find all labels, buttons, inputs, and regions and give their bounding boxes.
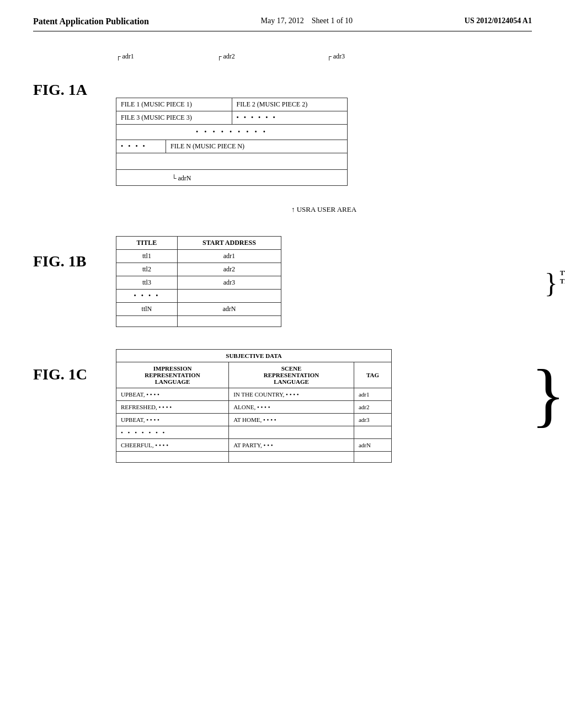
sbjt-row-3: UPBEAT, • • • • AT HOME, • • • • adr3: [116, 414, 392, 426]
title-table: TITLE START ADDRESS ttl1 adr1 ttl2 adr2: [116, 236, 281, 327]
sbjt-brace: }: [531, 371, 565, 418]
adr2-label: ┌ adr2: [217, 52, 235, 61]
col-impression: IMPRESSIONREPRESENTATIONLANGUAGE: [116, 362, 229, 388]
user-area-box: FILE 1 (MUSIC PIECE 1) FILE 2 (MUSIC PIE…: [116, 98, 348, 186]
fig1a-label: FIG. 1A: [33, 65, 105, 99]
scene-N: AT PARTY, • • •: [229, 439, 354, 452]
col-scene: SCENEREPRESENTATIONLANGUAGE: [229, 362, 354, 388]
title-table-wrap: TITLE START ADDRESS ttl1 adr1 ttl2 adr2: [116, 236, 532, 327]
impression-dots: • • • • • • •: [116, 426, 229, 439]
ttl2: ttl2: [116, 263, 178, 276]
title-row-2: ttl2 adr2: [116, 263, 281, 276]
fig1b-section: FIG. 1B TITLE START ADDRESS ttl1 adr1: [33, 236, 532, 327]
impression-3: UPBEAT, • • • •: [116, 414, 229, 426]
header-sheet: Sheet 1 of 10: [312, 17, 353, 25]
ua-row-4: • • • • FILE N (MUSIC PIECE N): [116, 140, 347, 153]
scene-3: AT HOME, • • • •: [229, 414, 354, 426]
tag-1: adr1: [354, 388, 391, 401]
scene-2: ALONE, • • • •: [229, 401, 354, 414]
ttbl-label: } TTBL TITLE TABLE: [545, 269, 565, 297]
adr1-label: ┌ adr1: [116, 52, 134, 61]
tag-3: adr3: [354, 414, 391, 426]
scene-empty: [229, 452, 354, 463]
adr1: adr1: [177, 250, 281, 263]
usra-arrow: ↑: [291, 205, 295, 213]
adr-dots: [177, 290, 281, 303]
title-row-empty: [116, 316, 281, 327]
ttl-dots: • • • •: [116, 290, 178, 303]
fig1c-content: SUBJECTIVE DATA IMPRESSIONREPRESENTATION…: [105, 349, 532, 463]
title-row-N: ttlN adrN: [116, 303, 281, 316]
title-row-3: ttl3 adr3: [116, 276, 281, 290]
tag-dots: [354, 426, 391, 439]
row2-dots: • • • • • •: [232, 111, 348, 124]
col-title: TITLE: [116, 237, 178, 250]
title-row-1: ttl1 adr1: [116, 250, 281, 263]
file2-cell: FILE 2 (MUSIC PIECE 2): [232, 98, 348, 111]
ttbl-brace: }: [545, 269, 558, 297]
sbjt-wrap: SUBJECTIVE DATA IMPRESSIONREPRESENTATION…: [116, 349, 532, 463]
fig1c-label: FIG. 1C: [33, 349, 105, 383]
header-patent: US 2012/0124054 A1: [465, 17, 532, 25]
usra-label: ↑ USRA USER AREA: [116, 205, 532, 214]
adr3-label: ┌ adr3: [327, 52, 345, 61]
ua-row-empty: [116, 153, 347, 170]
sbjt-title: SUBJECTIVE DATA: [116, 350, 392, 362]
ttbl-name: TTBL: [560, 269, 565, 277]
ua-row-3: • • • • • • • • •: [116, 125, 347, 140]
scene-dots: [229, 426, 354, 439]
sbjt-row-1: UPBEAT, • • • • IN THE COUNTRY, • • • • …: [116, 388, 392, 401]
impression-empty: [116, 452, 229, 463]
sbjt-row-dots: • • • • • • •: [116, 426, 392, 439]
sbjt-label-wrap: } SBJT SUBJECTIVE DATA TABLE: [531, 371, 565, 418]
adr2: adr2: [177, 263, 281, 276]
ua-row-1: FILE 1 (MUSIC PIECE 1) FILE 2 (MUSIC PIE…: [116, 98, 347, 111]
tag-2: adr2: [354, 401, 391, 414]
tag-N: adrN: [354, 439, 391, 452]
header-title: Patent Application Publication: [33, 17, 149, 26]
scene-1: IN THE COUNTRY, • • • •: [229, 388, 354, 401]
fig1b-content: TITLE START ADDRESS ttl1 adr1 ttl2 adr2: [105, 236, 532, 327]
ttl3: ttl3: [116, 276, 178, 290]
file3-cell: FILE 3 (MUSIC PIECE 3): [116, 111, 232, 124]
sbjt-table: SUBJECTIVE DATA IMPRESSIONREPRESENTATION…: [116, 349, 392, 463]
fig1a-section: FIG. 1A ┌ adr1 ┌ adr2 ┌ adr3 FILE 1 (MUS…: [33, 65, 532, 214]
fig1b-label: FIG. 1B: [33, 236, 105, 270]
title-row-dots: • • • •: [116, 290, 281, 303]
usra-text: USRA USER AREA: [297, 205, 356, 213]
ua-row-2: FILE 3 (MUSIC PIECE 3) • • • • • •: [116, 111, 347, 125]
sbjt-row-2: REFRESHED, • • • • ALONE, • • • • adr2: [116, 401, 392, 414]
fig1a-content: ┌ adr1 ┌ adr2 ┌ adr3 FILE 1 (MUSIC PIECE…: [105, 65, 532, 214]
adrN: adrN: [177, 303, 281, 316]
adr-labels-row: ┌ adr1 ┌ adr2 ┌ adr3: [116, 65, 348, 81]
fig1c-section: FIG. 1C SUBJECTIVE DATA IMPRESSIONREPRES…: [33, 349, 532, 463]
sbjt-row-N: CHEERFUL, • • • • AT PARTY, • • • adrN: [116, 439, 392, 452]
row4-dots: • • • •: [116, 140, 166, 153]
col-tag: TAG: [354, 362, 391, 388]
sbjt-row-empty: [116, 452, 392, 463]
ttbl-text: TTBL TITLE TABLE: [560, 269, 565, 286]
fileN-cell: FILE N (MUSIC PIECE N): [166, 140, 347, 153]
tag-empty: [354, 452, 391, 463]
user-area-diagram: ┌ adr1 ┌ adr2 ┌ adr3 FILE 1 (MUSIC PIECE…: [116, 65, 532, 214]
empty-cell: [116, 153, 347, 169]
col-start-address: START ADDRESS: [177, 237, 281, 250]
adr3: adr3: [177, 276, 281, 290]
row3-dots: • • • • • • • • •: [116, 125, 347, 140]
header-info: May 17, 2012 Sheet 1 of 10: [261, 17, 353, 25]
adrN-label: └ adrN: [172, 174, 191, 183]
adr-empty: [177, 316, 281, 327]
impression-N: CHEERFUL, • • • •: [116, 439, 229, 452]
file1-cell: FILE 1 (MUSIC PIECE 1): [116, 98, 232, 111]
sbjt-title-row: SUBJECTIVE DATA: [116, 350, 392, 362]
impression-1: UPBEAT, • • • •: [116, 388, 229, 401]
ttl1: ttl1: [116, 250, 178, 263]
ttlN: ttlN: [116, 303, 178, 316]
page: Patent Application Publication May 17, 2…: [0, 0, 565, 728]
sbjt-col-header-row: IMPRESSIONREPRESENTATIONLANGUAGE SCENERE…: [116, 362, 392, 388]
page-header: Patent Application Publication May 17, 2…: [33, 17, 532, 31]
impression-2: REFRESHED, • • • •: [116, 401, 229, 414]
ttl-empty: [116, 316, 178, 327]
ttbl-sublabel: TITLE TABLE: [560, 277, 565, 286]
title-table-header-row: TITLE START ADDRESS: [116, 237, 281, 250]
